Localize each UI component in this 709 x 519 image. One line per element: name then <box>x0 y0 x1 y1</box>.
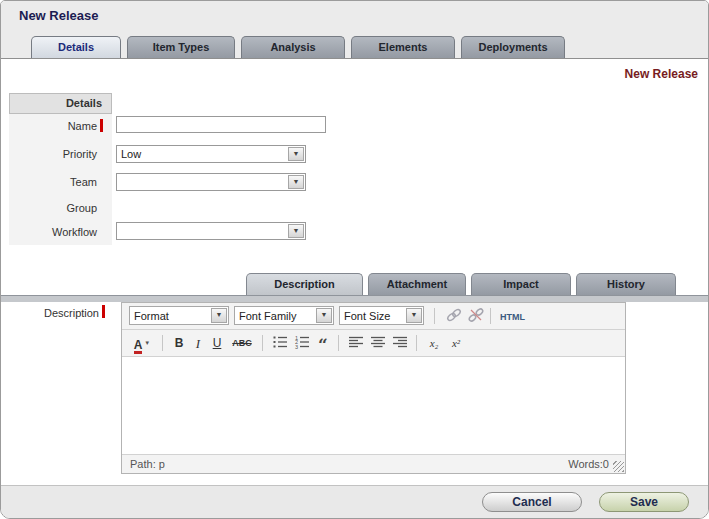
description-label: Description <box>9 307 99 319</box>
unlink-icon <box>468 307 484 323</box>
tab-attachment[interactable]: Attachment <box>368 273 466 295</box>
font-size-value: Font Size <box>344 310 390 322</box>
toolbar-separator <box>490 308 491 324</box>
details-section-header: Details <box>9 93 112 114</box>
format-value: Format <box>134 310 169 322</box>
required-marker-description <box>102 305 105 318</box>
toolbar-separator <box>262 335 263 351</box>
form-title: New Release <box>625 67 698 81</box>
editor-toolbar-row-1: Format ▼ Font Family ▼ Font Size ▼ HTML <box>122 303 625 330</box>
footer-bar: Cancel Save <box>1 485 708 518</box>
field-label-panel <box>9 93 112 245</box>
font-color-a-icon: A <box>134 339 143 354</box>
font-size-select[interactable]: Font Size ▼ <box>339 306 424 325</box>
tab-history[interactable]: History <box>576 273 676 295</box>
cancel-button[interactable]: Cancel <box>482 492 582 512</box>
tab-analysis[interactable]: Analysis <box>241 36 345 58</box>
toolbar-separator <box>162 335 163 351</box>
tab-deployments[interactable]: Deployments <box>461 36 565 58</box>
numbered-list-button[interactable]: 123 <box>292 334 312 353</box>
editor-status-bar: Path: p Words:0 <box>122 454 625 473</box>
italic-button[interactable]: I <box>190 334 206 353</box>
word-count: Words:0 <box>568 458 609 470</box>
align-right-icon <box>392 334 408 350</box>
window-header: New Release Details Item Types Analysis … <box>1 1 708 59</box>
blockquote-button[interactable]: “ <box>314 334 332 353</box>
insert-link-button[interactable] <box>444 307 464 326</box>
align-right-button[interactable] <box>390 334 410 353</box>
align-center-button[interactable] <box>368 334 388 353</box>
chevron-down-icon[interactable]: ▼ <box>288 175 304 189</box>
remove-link-button[interactable] <box>466 307 486 326</box>
resize-grip[interactable] <box>613 461 624 472</box>
chevron-down-icon[interactable]: ▼ <box>211 308 227 323</box>
rich-text-editor: Format ▼ Font Family ▼ Font Size ▼ HTML <box>121 302 626 474</box>
html-source-button[interactable]: HTML <box>500 312 525 322</box>
link-icon <box>446 307 462 323</box>
name-input[interactable] <box>116 116 326 133</box>
priority-label: Priority <box>9 148 97 160</box>
priority-select[interactable]: Low ▼ <box>116 145 306 163</box>
chevron-down-icon[interactable]: ▼ <box>316 308 332 323</box>
strikethrough-button[interactable]: ABC <box>228 334 256 353</box>
team-label: Team <box>9 176 97 188</box>
numbered-list-icon: 123 <box>294 334 310 350</box>
tab-description[interactable]: Description <box>246 273 363 295</box>
page-title: New Release <box>19 8 99 23</box>
workflow-select[interactable]: ▼ <box>116 222 306 240</box>
bullet-list-icon <box>272 334 288 350</box>
priority-value: Low <box>121 148 141 160</box>
tab-impact[interactable]: Impact <box>471 273 571 295</box>
tab-details[interactable]: Details <box>31 36 121 58</box>
name-label: Name <box>9 120 97 132</box>
tab-elements[interactable]: Elements <box>351 36 455 58</box>
underline-button[interactable]: U <box>208 334 226 353</box>
format-select[interactable]: Format ▼ <box>129 306 229 325</box>
chevron-down-icon: ▼ <box>144 340 150 346</box>
new-release-window: New Release Details Item Types Analysis … <box>0 0 709 519</box>
tab-item-types[interactable]: Item Types <box>127 36 235 58</box>
font-family-value: Font Family <box>239 310 296 322</box>
toolbar-separator <box>416 335 417 351</box>
svg-text:3: 3 <box>295 344 298 350</box>
subscript-button[interactable]: x₂ <box>424 334 444 353</box>
chevron-down-icon[interactable]: ▼ <box>406 308 422 323</box>
workflow-label: Workflow <box>9 226 97 238</box>
editor-content[interactable] <box>122 357 625 454</box>
align-left-icon <box>348 334 364 350</box>
bold-button[interactable]: B <box>170 334 188 353</box>
team-select[interactable]: ▼ <box>116 173 306 191</box>
chevron-down-icon[interactable]: ▼ <box>288 224 304 238</box>
align-left-button[interactable] <box>346 334 366 353</box>
superscript-button[interactable]: x² <box>446 334 466 353</box>
group-label: Group <box>9 202 97 214</box>
save-button[interactable]: Save <box>599 492 689 512</box>
bullet-list-button[interactable] <box>270 334 290 353</box>
align-center-icon <box>370 334 386 350</box>
required-marker-name <box>100 119 103 132</box>
font-color-button[interactable]: A▼ <box>128 334 156 353</box>
editor-toolbar-row-2: A▼ B I U ABC 123 “ <box>122 330 625 357</box>
font-family-select[interactable]: Font Family ▼ <box>234 306 334 325</box>
sub-tab-band <box>1 295 708 302</box>
toolbar-separator <box>434 308 435 324</box>
toolbar-separator <box>338 335 339 351</box>
path-status: Path: p <box>130 458 165 470</box>
chevron-down-icon[interactable]: ▼ <box>288 147 304 161</box>
